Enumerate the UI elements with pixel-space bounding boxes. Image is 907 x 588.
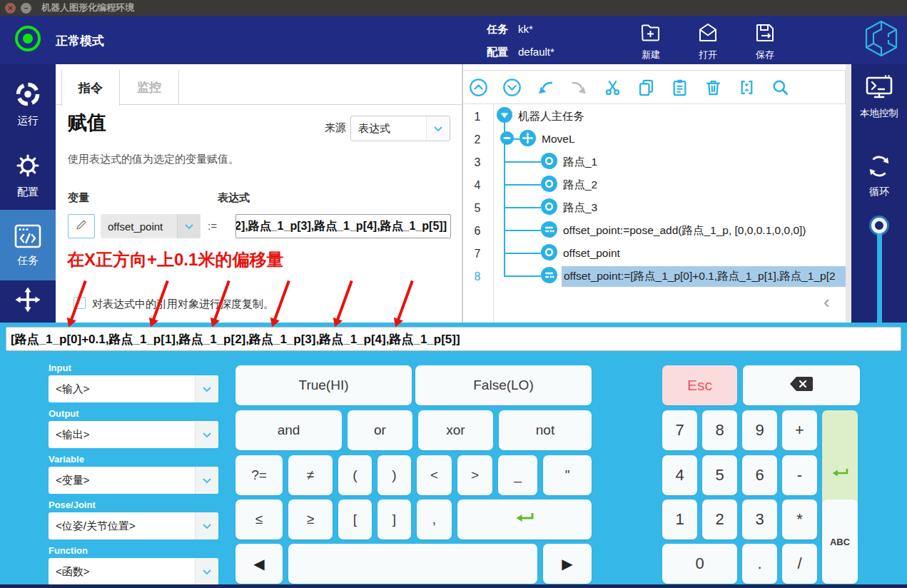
tab-monitor[interactable]: 监控 <box>120 70 179 105</box>
panel-collapse-chevron[interactable]: ‹ <box>824 293 830 311</box>
sidebar-item-local-control[interactable]: 本地控制 <box>851 74 907 120</box>
key-6[interactable]: 6 <box>742 455 777 495</box>
key-or[interactable]: or <box>348 410 412 450</box>
tree-row-assign-pose-add[interactable]: offset_point:=pose_add(路点_1_p, [0,0,0.1,… <box>493 219 846 242</box>
cut-button[interactable] <box>603 78 622 97</box>
movel-node-icon <box>520 130 536 149</box>
expression-editor-input[interactable]: [路点_1_p[0]+0.1,路点_1_p[1],路点_1_p[2],路点_1_… <box>6 327 901 351</box>
expression-input[interactable]: 2],路点_1_p[3],路点_1_p[4],路点_1_p[5]] <box>235 214 451 238</box>
tab-instruction[interactable]: 指令 <box>61 70 120 106</box>
sidebar-item-loop[interactable]: 循环 <box>851 153 907 198</box>
save-button-label: 保存 <box>740 49 790 61</box>
local-control-label: 本地控制 <box>851 107 907 120</box>
key-plus[interactable]: + <box>782 410 817 450</box>
key-greater-equal[interactable]: ≥ <box>288 500 333 539</box>
window-minimize-button[interactable]: – <box>21 3 31 14</box>
tree-row-waypoint-1[interactable]: 路点_1 <box>493 151 846 173</box>
key-enter-wide[interactable] <box>457 500 592 539</box>
save-button[interactable]: 保存 <box>740 21 790 61</box>
new-button[interactable]: 新建 <box>626 21 676 61</box>
copy-button[interactable] <box>637 78 656 97</box>
tree-row-movel[interactable]: MoveL <box>493 128 846 151</box>
edit-variable-button[interactable] <box>68 214 95 238</box>
key-esc[interactable]: Esc <box>662 365 737 405</box>
speed-slider-track[interactable] <box>877 233 882 323</box>
backspace-icon <box>789 376 814 395</box>
key-1[interactable]: 1 <box>662 500 697 539</box>
key-true[interactable]: True(HI) <box>235 365 412 405</box>
key-underscore[interactable]: _ <box>498 455 537 495</box>
sidebar-item-run[interactable]: 运行 <box>0 80 56 128</box>
move-down-button[interactable] <box>502 78 522 97</box>
scrollbar-lane[interactable] <box>846 64 851 323</box>
key-test-assign[interactable]: ?= <box>235 455 283 495</box>
key-greater-than[interactable]: > <box>457 455 492 495</box>
deep-copy-checkbox-row: 对表达式中的引用对象进行深度复制。 <box>74 297 274 311</box>
key-not-equal[interactable]: ≠ <box>288 455 333 495</box>
input-select[interactable]: <输入> <box>49 375 218 402</box>
key-4[interactable]: 4 <box>662 455 697 495</box>
key-bracket-open[interactable]: [ <box>338 500 372 539</box>
collapse-minus-icon[interactable] <box>500 131 514 148</box>
key-paren-open[interactable]: ( <box>338 455 372 495</box>
key-space[interactable] <box>288 544 537 584</box>
key-quote[interactable]: " <box>543 455 592 495</box>
variable-select[interactable]: offset_point <box>101 214 201 238</box>
key-divide[interactable]: / <box>782 544 817 584</box>
key-minus[interactable]: - <box>782 455 817 495</box>
key-xor[interactable]: xor <box>418 410 493 450</box>
key-9[interactable]: 9 <box>742 410 777 450</box>
task-node-icon <box>497 107 512 126</box>
key-less-than[interactable]: < <box>417 455 452 495</box>
key-not[interactable]: not <box>499 410 592 450</box>
output-select[interactable]: <输出> <box>49 421 218 448</box>
key-decimal[interactable]: . <box>742 544 777 584</box>
key-and[interactable]: and <box>235 410 342 450</box>
assign-symbol: := <box>208 220 217 232</box>
tree-row-assign-selected[interactable]: offset_point:=[路点_1_p[0]+0.1,路点_1_p[1],路… <box>493 265 846 288</box>
tree-row-waypoint-2[interactable]: 路点_2 <box>493 173 846 196</box>
undo-button[interactable] <box>536 78 555 97</box>
tree-row-offset-point[interactable]: offset_point <box>493 242 846 265</box>
variable-operand-select[interactable]: <变量> <box>49 467 218 494</box>
pose-joint-select[interactable]: <位姿/关节位置> <box>49 512 218 539</box>
chevron-down-icon <box>426 116 450 141</box>
tree-row-waypoint-3[interactable]: 路点_3 <box>493 196 846 219</box>
key-bracket-close[interactable]: ] <box>378 500 411 539</box>
enter-arrow-icon <box>831 467 848 483</box>
move-up-button[interactable] <box>469 78 488 97</box>
key-2[interactable]: 2 <box>702 500 737 539</box>
open-button[interactable]: 打开 <box>683 21 733 61</box>
insert-button[interactable] <box>737 78 756 97</box>
source-select[interactable]: 表达式 <box>350 116 450 141</box>
sidebar-item-config[interactable]: 配置 <box>0 151 56 199</box>
key-7[interactable]: 7 <box>662 410 697 450</box>
key-comma[interactable]: , <box>417 500 452 539</box>
redo-button[interactable] <box>569 78 589 97</box>
new-file-icon <box>639 34 662 46</box>
key-paren-close[interactable]: ) <box>378 455 411 495</box>
key-5[interactable]: 5 <box>702 455 737 495</box>
line-number-selected: 8 <box>463 270 492 283</box>
window-close-button[interactable]: ✕ <box>5 3 16 14</box>
key-cursor-left[interactable]: ◀ <box>235 544 283 584</box>
sidebar-item-task[interactable]: 任务 <box>0 223 56 268</box>
window-title: 机器人图形化编程环境 <box>41 1 134 14</box>
key-multiply[interactable]: * <box>782 500 817 539</box>
tree-row-main-task[interactable]: 机器人主任务 <box>493 105 846 128</box>
key-8[interactable]: 8 <box>702 410 737 450</box>
speed-slider-handle[interactable] <box>871 218 887 233</box>
key-backspace[interactable] <box>743 365 860 405</box>
paste-button[interactable] <box>670 78 689 97</box>
key-less-equal[interactable]: ≤ <box>235 500 283 539</box>
line-number: 5 <box>463 202 492 215</box>
delete-button[interactable] <box>704 78 723 97</box>
search-button[interactable] <box>771 78 790 97</box>
key-cursor-right[interactable]: ▶ <box>543 544 592 584</box>
function-select[interactable]: <函数> <box>49 558 218 585</box>
key-abc-mode[interactable]: ABC <box>822 500 858 584</box>
sidebar-item-move[interactable] <box>0 285 56 317</box>
key-3[interactable]: 3 <box>742 500 777 539</box>
key-0[interactable]: 0 <box>662 544 737 584</box>
key-false[interactable]: False(LO) <box>415 365 592 405</box>
